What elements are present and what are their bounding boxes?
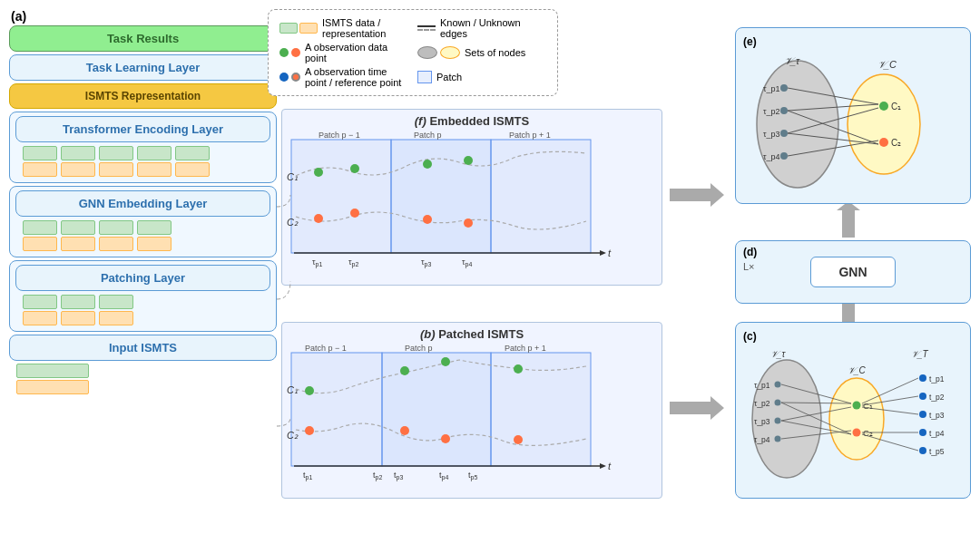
svg-text:t_p4: t_p4 — [929, 429, 945, 438]
input-ismts-box: Input ISMTS — [9, 335, 277, 394]
svg-point-38 — [514, 435, 523, 444]
panel-c-svg: 𝒱_τ 𝒱_C 𝒱_T τ_p1 τ_p2 τ_p3 τ_p4 C₁ C₂ t_… — [743, 346, 961, 491]
svg-text:𝒱_C: 𝒱_C — [877, 59, 897, 70]
svg-text:τp4: τp4 — [462, 257, 472, 268]
figure-label-a: (a) — [11, 9, 26, 24]
panel-e: (e) 𝒱_τ 𝒱_C τ_p1 τ_p2 τ_p3 τ_p4 C₁ C₂ — [735, 27, 971, 204]
svg-text:Patch p + 1: Patch p + 1 — [505, 344, 546, 353]
svg-marker-17 — [600, 250, 606, 256]
svg-text:τ_p3: τ_p3 — [754, 417, 770, 426]
gnn-token-g1 — [23, 220, 57, 235]
svg-point-84 — [775, 436, 781, 442]
input-g — [16, 364, 89, 378]
panel-e-svg: 𝒱_τ 𝒱_C τ_p1 τ_p2 τ_p3 τ_p4 C₁ C₂ — [743, 52, 961, 197]
token-o1 — [23, 162, 57, 177]
legend-patch: Patch — [417, 66, 546, 88]
svg-point-15 — [464, 218, 473, 228]
transformer-tokens — [15, 146, 270, 177]
svg-text:C₁: C₁ — [891, 102, 901, 112]
svg-text:Patch p − 1: Patch p − 1 — [305, 344, 347, 353]
lx-label: L× — [743, 261, 755, 272]
svg-point-63 — [879, 102, 888, 111]
svg-point-32 — [400, 366, 409, 375]
svg-point-52 — [848, 74, 920, 174]
token-o3 — [99, 162, 133, 177]
svg-text:τp1: τp1 — [312, 257, 322, 268]
arrow-bottom-right — [670, 394, 724, 422]
token-o5 — [175, 162, 210, 177]
svg-text:C₂: C₂ — [287, 430, 299, 441]
svg-point-61 — [780, 152, 788, 160]
legend-time-label: A observation time point / reference poi… — [305, 66, 408, 88]
patch-token-g1 — [23, 295, 57, 309]
panel-c-label: (c) — [743, 330, 963, 343]
ismts-repr-label: ISMTS Representation — [9, 83, 277, 109]
svg-text:𝒱_τ: 𝒱_τ — [784, 55, 800, 66]
svg-point-57 — [780, 107, 788, 114]
layer-stack: Task Results Task Learning Layer ISMTS R… — [9, 25, 277, 397]
svg-text:τ_p1: τ_p1 — [754, 381, 770, 390]
chart-embedded-ismts: (f) Embedded ISMTS Patch p − 1 Patch p P… — [281, 109, 662, 286]
svg-point-92 — [919, 393, 926, 400]
svg-text:tp1: tp1 — [303, 471, 312, 481]
svg-point-10 — [423, 160, 432, 169]
token-g5 — [175, 146, 210, 160]
chart-b-title: (b) Patched ISMTS — [287, 327, 657, 341]
task-learning-box: Task Learning Layer — [9, 54, 277, 81]
gnn-token-o4 — [137, 237, 172, 251]
patch-token-g2 — [61, 295, 95, 309]
svg-rect-23 — [291, 353, 382, 466]
legend-ismts-label: ISMTS data / representation — [322, 17, 408, 39]
svg-point-11 — [464, 156, 473, 165]
svg-text:τ_p3: τ_p3 — [763, 130, 780, 139]
legend-obs-point: A observation data point — [279, 42, 408, 63]
svg-text:t_p1: t_p1 — [929, 374, 945, 384]
legend-orange-rect — [299, 23, 318, 34]
svg-text:Patch p: Patch p — [405, 344, 433, 353]
svg-point-78 — [775, 382, 781, 388]
svg-text:t: t — [608, 461, 612, 471]
svg-point-35 — [305, 426, 314, 435]
svg-point-80 — [775, 400, 781, 406]
chart-f-svg: Patch p − 1 Patch p Patch p + 1 C₁ C₂ — [287, 131, 650, 271]
svg-rect-2 — [491, 140, 591, 253]
svg-rect-1 — [391, 140, 491, 253]
svg-text:tp2: tp2 — [373, 471, 382, 481]
svg-point-51 — [757, 61, 838, 188]
svg-marker-50 — [837, 201, 860, 238]
svg-text:τ_p4: τ_p4 — [754, 435, 770, 444]
svg-text:tp5: tp5 — [468, 471, 477, 481]
svg-point-36 — [400, 426, 409, 435]
panel-d-label: (d) — [743, 246, 757, 258]
token-g3 — [99, 146, 133, 160]
svg-text:t_p3: t_p3 — [929, 411, 945, 420]
legend-box: ISMTS data / representation Known / Unkn… — [268, 9, 558, 96]
gnn-group: GNN Embedding Layer — [9, 186, 277, 257]
legend-gray-ellipse — [417, 46, 437, 59]
chart-f-title: (f) Embedded ISMTS — [287, 114, 657, 128]
svg-rect-25 — [491, 353, 591, 466]
gnn-token-g2 — [61, 220, 95, 235]
svg-text:tp4: tp4 — [439, 471, 448, 481]
svg-point-13 — [350, 209, 359, 218]
legend-nodes-label: Sets of nodes — [465, 47, 525, 58]
patch-token-g3 — [99, 295, 133, 309]
gnn-token-o3 — [99, 237, 133, 251]
panel-d: (d) L× GNN — [735, 240, 971, 304]
svg-point-74 — [829, 378, 884, 460]
svg-text:C₂: C₂ — [287, 217, 299, 228]
legend-green-dot — [279, 48, 289, 57]
legend-nodes: Sets of nodes — [417, 42, 546, 63]
svg-marker-47 — [670, 183, 724, 207]
svg-text:C₁: C₁ — [287, 384, 298, 395]
svg-point-9 — [350, 164, 359, 173]
svg-text:𝒱_τ: 𝒱_τ — [770, 349, 787, 359]
svg-text:C₂: C₂ — [863, 428, 873, 438]
svg-point-14 — [423, 215, 432, 224]
patching-tokens — [15, 295, 270, 325]
svg-text:Patch p: Patch p — [414, 131, 442, 140]
svg-point-55 — [780, 84, 788, 92]
panel-c: (c) 𝒱_τ 𝒱_C 𝒱_T τ_p1 τ_p2 τ_p3 τ_p4 C₁ — [735, 322, 971, 499]
gnn-label: GNN — [810, 257, 895, 287]
svg-point-96 — [919, 429, 926, 436]
